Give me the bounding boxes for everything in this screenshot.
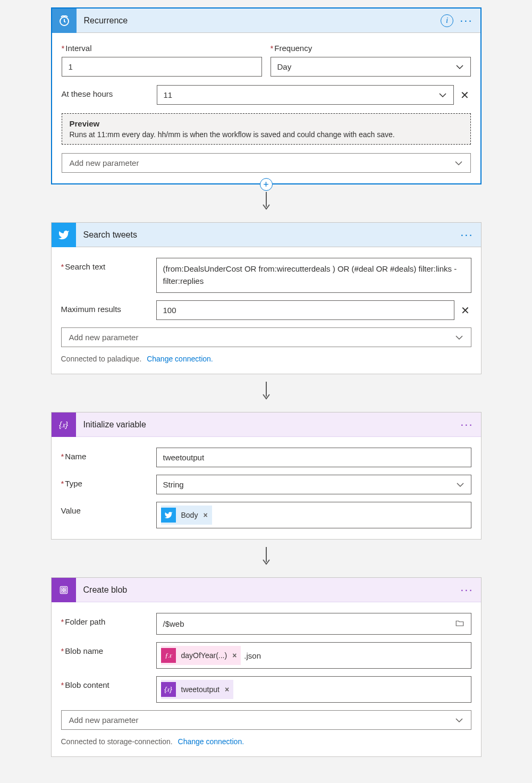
var-value-input[interactable]: Body × <box>156 502 471 528</box>
token-label: tweetoutput <box>180 685 221 694</box>
more-menu[interactable]: ··· <box>460 228 473 242</box>
var-name-label: Name <box>61 448 149 461</box>
add-param-label: Add new parameter <box>70 158 139 167</box>
chevron-down-icon <box>455 63 464 71</box>
add-param-label: Add new parameter <box>69 333 139 342</box>
add-step-button[interactable]: + <box>260 178 273 191</box>
blob-name-label: Blob name <box>61 642 149 655</box>
frequency-select[interactable]: Day <box>271 57 471 77</box>
recurrence-title: Recurrence <box>77 16 441 26</box>
blob-name-input[interactable]: ƒ𝑥 dayOfYear(...) × .json <box>156 642 471 669</box>
clock-icon <box>52 9 77 33</box>
var-type-value: String <box>163 480 184 489</box>
change-connection-link[interactable]: Change connection. <box>147 355 213 363</box>
token-label: Body <box>180 511 199 519</box>
remove-token-button[interactable]: × <box>232 651 237 660</box>
chevron-down-icon <box>438 91 447 99</box>
connector-arrow <box>51 540 482 577</box>
var-value-label: Value <box>61 502 149 515</box>
variable-icon: {𝑥} <box>161 682 176 697</box>
chevron-down-icon <box>455 716 463 725</box>
folder-path-input[interactable]: /$web <box>156 613 471 635</box>
var-type-select[interactable]: String <box>156 475 471 494</box>
tweets-title: Search tweets <box>76 230 461 240</box>
create-blob-card: Create blob ··· Folder path /$web Blob n… <box>51 577 482 757</box>
token-label: dayOfYear(...) <box>180 651 229 660</box>
blob-header[interactable]: Create blob ··· <box>52 578 481 602</box>
chevron-down-icon <box>456 481 465 489</box>
change-connection-link[interactable]: Change connection. <box>178 737 244 746</box>
recurrence-header[interactable]: Recurrence i ··· <box>52 9 480 33</box>
twitter-icon <box>161 508 176 523</box>
connector-arrow: + <box>51 184 482 222</box>
interval-label: Interval <box>62 44 262 53</box>
search-tweets-card: Search tweets ··· Search text (from:Deal… <box>51 222 482 374</box>
folder-path-label: Folder path <box>61 613 149 626</box>
var-name-input[interactable] <box>156 448 471 467</box>
preview-title: Preview <box>70 119 463 128</box>
hours-select[interactable]: 11 <box>157 85 454 105</box>
body-token[interactable]: Body × <box>161 506 212 525</box>
blob-content-label: Blob content <box>61 676 149 689</box>
more-menu[interactable]: ··· <box>460 14 472 28</box>
preview-text: Runs at 11:mm every day. hh/mm is when t… <box>70 130 463 139</box>
fx-token[interactable]: ƒ𝑥 dayOfYear(...) × <box>161 646 241 665</box>
recurrence-card: Recurrence i ··· Interval Frequency Day … <box>51 7 482 184</box>
tweets-header[interactable]: Search tweets ··· <box>52 223 481 247</box>
blob-name-suffix: .json <box>244 651 261 660</box>
var-header[interactable]: {𝑥} Initialize variable ··· <box>52 412 481 437</box>
connection-text: Connected to storage-connection. <box>61 737 173 746</box>
remove-token-button[interactable]: × <box>225 685 229 694</box>
add-param-label: Add new parameter <box>69 715 139 725</box>
folder-path-value: /$web <box>163 619 184 628</box>
hours-value: 11 <box>164 90 173 99</box>
more-menu[interactable]: ··· <box>460 583 473 597</box>
search-text-label: Search text <box>61 258 149 271</box>
variable-token[interactable]: {𝑥} tweetoutput × <box>161 680 234 699</box>
fx-icon: ƒ𝑥 <box>161 648 176 663</box>
hours-label: At these hours <box>62 85 149 98</box>
add-parameter-select[interactable]: Add new parameter <box>61 327 471 347</box>
max-results-label: Maximum results <box>61 300 149 314</box>
add-parameter-select[interactable]: Add new parameter <box>62 153 471 173</box>
interval-input[interactable] <box>62 57 262 77</box>
connection-row: Connected to paladique. Change connectio… <box>61 355 471 363</box>
svg-rect-8 <box>64 590 65 592</box>
twitter-icon <box>52 223 76 247</box>
blob-content-input[interactable]: {𝑥} tweetoutput × <box>156 676 471 703</box>
info-icon[interactable]: i <box>441 14 453 27</box>
blob-title: Create blob <box>76 585 461 595</box>
initialize-variable-card: {𝑥} Initialize variable ··· Name Type St… <box>51 412 482 540</box>
svg-rect-6 <box>64 587 65 589</box>
more-menu[interactable]: ··· <box>460 418 473 432</box>
remove-token-button[interactable]: × <box>203 511 207 519</box>
variable-icon: {𝑥} <box>52 412 76 437</box>
folder-picker-icon[interactable] <box>455 618 465 629</box>
connector-arrow <box>51 374 482 412</box>
frequency-label: Frequency <box>271 44 471 53</box>
frequency-value: Day <box>277 62 292 71</box>
svg-rect-7 <box>61 590 63 592</box>
search-text-input[interactable]: (from:DealsUnderCost OR from:wirecutterd… <box>156 258 471 293</box>
remove-max-button[interactable]: ✕ <box>460 304 471 317</box>
var-type-label: Type <box>61 475 149 488</box>
blob-icon <box>52 578 76 602</box>
svg-rect-5 <box>61 587 63 589</box>
connection-text: Connected to paladique. <box>61 355 142 363</box>
connection-row: Connected to storage-connection. Change … <box>61 737 471 746</box>
add-parameter-select[interactable]: Add new parameter <box>61 710 471 730</box>
chevron-down-icon <box>455 333 463 342</box>
chevron-down-icon <box>454 159 463 167</box>
max-results-input[interactable] <box>156 300 454 320</box>
var-title: Initialize variable <box>76 420 461 430</box>
preview-box: Preview Runs at 11:mm every day. hh/mm i… <box>62 113 471 145</box>
remove-hours-button[interactable]: ✕ <box>459 89 471 102</box>
